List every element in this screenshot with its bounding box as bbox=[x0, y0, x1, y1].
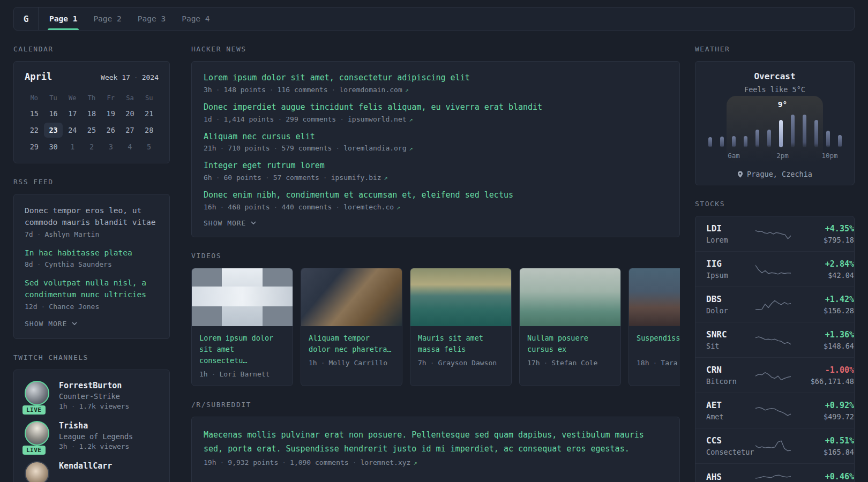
stock-row[interactable]: IIG Ipsum +2.84% $42.04 bbox=[695, 251, 854, 287]
twitch-widget: LIVE ForrestBurton Counter-Strike 1h·1.7… bbox=[13, 370, 170, 482]
dot-separator: · bbox=[323, 174, 327, 182]
stock-values: +0.51% $165.84 bbox=[791, 436, 854, 456]
hn-domain-link[interactable]: loremlandia.org bbox=[343, 144, 406, 152]
stock-row[interactable]: DBS Dolor +1.42% $156.28 bbox=[695, 287, 854, 322]
hn-time: 3h bbox=[204, 86, 212, 94]
stock-price: $165.84 bbox=[791, 448, 854, 456]
stream-uptime: 1h bbox=[59, 402, 68, 410]
weather-bar bbox=[755, 130, 759, 147]
rss-author: Chance Jones bbox=[49, 303, 99, 311]
hn-title-link[interactable]: Aliquam nec cursus elit bbox=[204, 131, 668, 143]
stock-row[interactable]: SNRC Sit +1.36% $148.64 bbox=[695, 322, 854, 357]
dot-separator: · bbox=[653, 359, 657, 367]
rss-item: Donec tempor eros leo, ut commodo mauris… bbox=[25, 205, 159, 238]
video-card[interactable]: Suspendisse diam 18h·Tara bbox=[628, 268, 680, 386]
weather-bar bbox=[838, 135, 842, 147]
video-thumbnail bbox=[410, 268, 511, 326]
video-age: 1h bbox=[199, 370, 208, 378]
hn-title-link[interactable]: Lorem ipsum dolor sit amet, consectetur … bbox=[204, 72, 668, 84]
stock-sparkline bbox=[755, 404, 791, 418]
rss-show-more-button[interactable]: SHOW MORE bbox=[25, 320, 159, 328]
tab-page-3[interactable]: Page 3 bbox=[138, 7, 166, 30]
stock-change: +1.42% bbox=[791, 295, 854, 304]
hn-item-meta: 6h·60 points·57 comments·ipsumify.biz↗ bbox=[204, 174, 668, 182]
video-card[interactable]: Lorem ipsum dolor sit amet consectetu… 1… bbox=[191, 268, 293, 386]
rss-author: Cynthia Saunders bbox=[44, 260, 111, 268]
live-badge: LIVE bbox=[23, 446, 46, 455]
rss-item-link[interactable]: Sed volutpat nulla nisl, a condimentum n… bbox=[25, 277, 159, 301]
stocks-section-label: STOCKS bbox=[695, 200, 855, 208]
stock-id: LDI Lorem bbox=[706, 223, 755, 244]
twitch-channel-row[interactable]: LIVE Trisha League of Legends 3h·1.2k vi… bbox=[25, 421, 159, 450]
weather-section-label: WEATHER bbox=[695, 45, 855, 53]
twitch-channel-row[interactable]: LIVE ForrestBurton Counter-Strike 1h·1.7… bbox=[25, 381, 159, 410]
viewer-count: 1.7k viewers bbox=[79, 402, 129, 410]
stock-sparkline bbox=[755, 262, 791, 276]
weather-hour-labels: 6am 2pm 10pm bbox=[708, 152, 842, 161]
tab-page-1[interactable]: Page 1 bbox=[49, 7, 77, 30]
post-domain-link[interactable]: loremnet.xyz bbox=[360, 458, 410, 466]
external-link-icon: ↗ bbox=[409, 145, 413, 152]
rss-item-link[interactable]: Donec tempor eros leo, ut commodo mauris… bbox=[25, 205, 159, 229]
stock-ticker: IIG bbox=[706, 259, 755, 269]
weekday-label: Mo bbox=[25, 92, 44, 104]
video-title-link[interactable]: Lorem ipsum dolor sit amet consectetu… bbox=[199, 333, 285, 366]
video-title-link[interactable]: Suspendisse diam bbox=[637, 333, 680, 355]
calendar-day: 3 bbox=[101, 139, 121, 154]
location-pin-icon bbox=[737, 171, 743, 178]
stock-row[interactable]: LDI Lorem +4.35% $795.18 bbox=[695, 216, 854, 251]
calendar-day: 19 bbox=[101, 106, 121, 121]
dot-separator: · bbox=[220, 458, 224, 466]
page-tabs: Page 1 Page 2 Page 3 Page 4 bbox=[49, 7, 210, 30]
hn-domain-link[interactable]: ipsumify.biz bbox=[331, 174, 381, 182]
tab-page-2[interactable]: Page 2 bbox=[93, 7, 121, 30]
video-card[interactable]: Aliquam tempor dolor nec pharetra… 1h·Mo… bbox=[301, 268, 402, 386]
video-card[interactable]: Nullam posuere cursus ex 17h·Stefan Cole bbox=[519, 268, 621, 386]
rss-item-link[interactable]: In hac habitasse platea bbox=[25, 247, 159, 259]
stock-row[interactable]: AET Amet +0.92% $499.72 bbox=[695, 393, 854, 428]
stock-row[interactable]: AHS +0.46% bbox=[695, 463, 854, 482]
hn-title-link[interactable]: Donec imperdiet augue tincidunt felis al… bbox=[204, 102, 668, 114]
hn-title-link[interactable]: Integer eget rutrum lorem bbox=[204, 160, 668, 172]
channel-info: KendallCarr bbox=[59, 461, 112, 482]
stock-row[interactable]: CCS Consectetur +0.51% $165.84 bbox=[695, 428, 854, 463]
weather-feels-like: Feels like 5°C bbox=[705, 85, 844, 94]
external-link-icon: ↗ bbox=[413, 459, 417, 466]
dot-separator: · bbox=[430, 359, 435, 367]
dot-separator: · bbox=[265, 174, 270, 182]
hn-item: Donec imperdiet augue tincidunt felis al… bbox=[204, 102, 668, 123]
external-link-icon: ↗ bbox=[384, 174, 388, 182]
hn-domain-link[interactable]: loremdomain.com bbox=[339, 86, 402, 94]
middle-column: HACKER NEWS Lorem ipsum dolor sit amet, … bbox=[191, 45, 680, 482]
weather-bar bbox=[791, 115, 795, 147]
post-age: 19h bbox=[204, 458, 216, 466]
external-link-icon: ↗ bbox=[405, 86, 409, 94]
hn-show-more-button[interactable]: SHOW MORE bbox=[204, 219, 668, 227]
reddit-post-link[interactable]: Maecenas mollis pulvinar erat non posuer… bbox=[204, 428, 668, 456]
calendar-day: 21 bbox=[139, 106, 159, 121]
stock-ticker: AHS bbox=[706, 472, 755, 482]
chevron-down-icon bbox=[71, 321, 78, 326]
hn-title-link[interactable]: Donec enim nibh, condimentum et accumsan… bbox=[204, 190, 668, 201]
stock-ticker: DBS bbox=[706, 294, 755, 304]
dot-separator: · bbox=[274, 203, 278, 211]
video-title-link[interactable]: Nullam posuere cursus ex bbox=[527, 333, 613, 355]
stock-values: +2.84% $42.04 bbox=[791, 259, 854, 280]
video-card[interactable]: Mauris sit amet massa felis 7h·Grayson D… bbox=[410, 268, 512, 386]
video-meta: 7h·Grayson Dawson bbox=[418, 359, 504, 367]
videos-section-label: VIDEOS bbox=[191, 252, 680, 260]
show-more-label: SHOW MORE bbox=[204, 219, 246, 227]
stock-price: $66,171.48 bbox=[791, 377, 854, 386]
app-logo[interactable]: G bbox=[14, 7, 39, 30]
dot-separator: · bbox=[134, 73, 138, 81]
hn-domain-link[interactable]: ipsumworld.net bbox=[348, 115, 407, 123]
hn-domain-link[interactable]: loremtech.co bbox=[343, 203, 394, 211]
stock-row[interactable]: CRN Bitcorn -1.00% $66,171.48 bbox=[695, 357, 854, 393]
video-title-link[interactable]: Mauris sit amet massa felis bbox=[418, 333, 504, 355]
subreddit-section-label: /R/SUBREDDIT bbox=[191, 401, 680, 409]
video-title-link[interactable]: Aliquam tempor dolor nec pharetra… bbox=[309, 333, 394, 355]
stock-sparkline bbox=[755, 368, 791, 382]
tab-page-4[interactable]: Page 4 bbox=[182, 7, 209, 30]
calendar-day: 15 bbox=[25, 106, 44, 121]
twitch-channel-row[interactable]: LIVE KendallCarr bbox=[25, 461, 159, 482]
